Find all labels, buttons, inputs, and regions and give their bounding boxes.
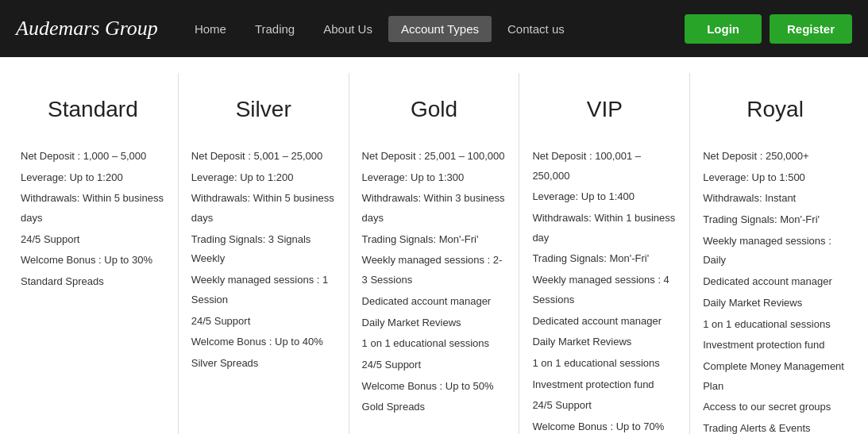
- plan-feature-item: 24/5 Support: [191, 311, 336, 332]
- plan-features-list: Net Deposit : 100,001 – 250,000Leverage:…: [532, 146, 677, 434]
- plan-feature-item: Silver Spreads: [191, 353, 336, 374]
- plan-feature-item: Leverage: Up to 1:200: [21, 167, 165, 189]
- register-button[interactable]: Register: [770, 14, 852, 44]
- plan-feature-item: Trading Alerts & Events Analysis: [703, 418, 847, 434]
- plan-feature-item: Trading Signals: Mon'-Fri': [703, 209, 847, 231]
- plans-container: StandardNet Deposit : 1,000 – 5,000Lever…: [0, 57, 868, 434]
- plan-column-royal: RoyalNet Deposit : 250,000+Leverage: Up …: [690, 73, 860, 434]
- plan-title: VIP: [532, 81, 677, 146]
- plan-feature-item: Daily Market Reviews: [703, 293, 847, 314]
- plan-feature-item: 24/5 Support: [21, 229, 165, 251]
- plan-feature-item: Trading Signals: 3 Signals Weekly: [191, 229, 336, 270]
- plan-feature-item: Weekly managed sessions : 1 Session: [191, 270, 336, 310]
- plan-title: Silver: [191, 81, 336, 146]
- plan-feature-item: Trading Signals: Mon'-Fri': [532, 248, 677, 270]
- plan-feature-item: Access to our secret groups: [703, 397, 847, 418]
- plan-column-standard: StandardNet Deposit : 1,000 – 5,000Lever…: [8, 73, 179, 434]
- plan-feature-item: Weekly managed sessions : 2-3 Sessions: [362, 250, 507, 290]
- plan-feature-item: Leverage: Up to 1:500: [703, 167, 847, 189]
- plan-feature-item: Investment protection fund: [703, 335, 847, 356]
- plan-feature-item: Weekly managed sessions : 4 Sessions: [532, 270, 677, 310]
- login-button[interactable]: Login: [685, 14, 762, 44]
- plan-features-list: Net Deposit : 1,000 – 5,000Leverage: Up …: [21, 146, 165, 293]
- plan-feature-item: Welcome Bonus : Up to 70%: [532, 417, 677, 434]
- plan-feature-item: Gold Spreads: [362, 397, 507, 418]
- plan-feature-item: Daily Market Reviews: [532, 332, 677, 353]
- plan-feature-item: Dedicated account manager: [703, 271, 847, 293]
- plan-feature-item: Net Deposit : 25,001 – 100,000: [362, 146, 507, 167]
- plan-feature-item: Dedicated account manager: [532, 311, 677, 332]
- plan-feature-item: Daily Market Reviews: [362, 313, 507, 334]
- plan-feature-item: Net Deposit : 5,001 – 25,000: [191, 146, 336, 167]
- plan-feature-item: Welcome Bonus : Up to 50%: [362, 376, 507, 398]
- plan-feature-item: Leverage: Up to 1:400: [532, 186, 677, 208]
- plan-feature-item: Withdrawals: Within 3 business days: [362, 188, 507, 229]
- plan-features-list: Net Deposit : 5,001 – 25,000Leverage: Up…: [191, 146, 336, 374]
- plan-column-vip: VIPNet Deposit : 100,001 – 250,000Levera…: [519, 73, 690, 434]
- nav-item-home[interactable]: Home: [182, 16, 239, 42]
- plan-features-list: Net Deposit : 250,000+Leverage: Up to 1:…: [703, 146, 847, 434]
- plan-feature-item: Dedicated account manager: [362, 291, 507, 313]
- plan-feature-item: Net Deposit : 1,000 – 5,000: [21, 146, 165, 167]
- nav-item-account-types[interactable]: Account Types: [388, 16, 492, 42]
- plan-feature-item: Withdrawals: Within 1 business day: [532, 208, 677, 248]
- plan-feature-item: 1 on 1 educational sessions: [532, 353, 677, 374]
- plan-feature-item: Net Deposit : 250,000+: [703, 146, 847, 167]
- plan-feature-item: Weekly managed sessions : Daily: [703, 231, 847, 271]
- plan-feature-item: Investment protection fund: [532, 374, 677, 396]
- plan-title: Royal: [703, 81, 847, 146]
- plan-column-gold: GoldNet Deposit : 25,001 – 100,000Levera…: [349, 73, 520, 434]
- plan-feature-item: Trading Signals: Mon'-Fri': [362, 229, 507, 251]
- plan-feature-item: Welcome Bonus : Up to 30%: [21, 250, 165, 271]
- plan-feature-item: Withdrawals: Within 5 business days: [191, 188, 336, 229]
- plan-feature-item: Welcome Bonus : Up to 40%: [191, 332, 336, 353]
- plan-column-silver: SilverNet Deposit : 5,001 – 25,000Levera…: [179, 73, 349, 434]
- main-nav: HomeTradingAbout UsAccount TypesContact …: [182, 16, 685, 42]
- plan-title: Standard: [21, 81, 165, 146]
- plan-feature-item: Net Deposit : 100,001 – 250,000: [532, 146, 677, 186]
- plan-feature-item: Standard Spreads: [21, 271, 165, 293]
- plan-feature-item: 24/5 Support: [362, 355, 507, 376]
- plan-feature-item: 1 on 1 educational sessions: [362, 333, 507, 355]
- nav-item-trading[interactable]: Trading: [242, 16, 307, 42]
- plan-feature-item: 1 on 1 educational sessions: [703, 314, 847, 336]
- plan-features-list: Net Deposit : 25,001 – 100,000Leverage: …: [362, 146, 507, 418]
- plan-feature-item: Leverage: Up to 1:300: [362, 167, 507, 189]
- plan-feature-item: Withdrawals: Within 5 business days: [21, 188, 165, 229]
- nav-item-about-us[interactable]: About Us: [311, 16, 385, 42]
- site-logo: Audemars Group: [16, 17, 158, 40]
- plan-feature-item: 24/5 Support: [532, 395, 677, 417]
- plan-feature-item: Complete Money Management Plan: [703, 356, 847, 397]
- plan-feature-item: Leverage: Up to 1:200: [191, 167, 336, 189]
- plan-feature-item: Withdrawals: Instant: [703, 188, 847, 209]
- nav-item-contact-us[interactable]: Contact us: [495, 16, 577, 42]
- plan-title: Gold: [362, 81, 507, 146]
